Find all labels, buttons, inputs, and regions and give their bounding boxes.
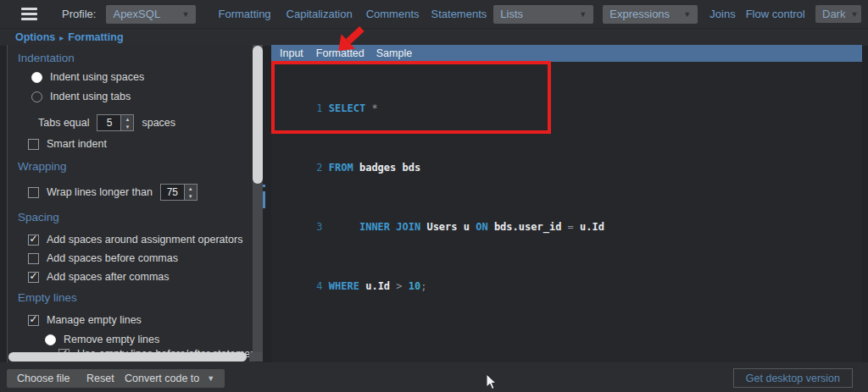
tabs-equal-label: Tabs equal <box>38 117 89 129</box>
breadcrumb: Options ▸ Formatting <box>0 28 868 46</box>
expressions-dropdown[interactable]: Expressions ▼ <box>603 5 698 24</box>
menu-item-formatting[interactable]: Formatting <box>218 8 270 20</box>
checkbox-manage-empty-lines[interactable]: ✓ Manage empty lines <box>28 314 142 326</box>
checkbox-label: Add spaces after commas <box>47 271 170 283</box>
chevron-down-icon: ▼ <box>207 374 214 383</box>
section-title-wrapping: Wrapping <box>18 160 67 173</box>
tabs-equal-setting: Tabs equal 5 ▲ ▼ spaces <box>38 114 175 131</box>
convert-button-label: Convert code to <box>125 373 199 384</box>
checkbox-label: Smart indent <box>47 138 107 150</box>
wrap-length-value[interactable]: 75 <box>161 185 184 200</box>
scrollbar-corner <box>249 352 263 362</box>
radio-indent-using-tabs[interactable]: Indent using tabs <box>31 91 131 102</box>
menu-item-flow-control[interactable]: Flow control <box>746 8 805 20</box>
code-line: 3 INNER JOIN Users u ON bds.user_id = u.… <box>280 209 604 245</box>
splitter-grip-dot <box>263 185 265 187</box>
radio-icon[interactable] <box>31 72 42 83</box>
radio-icon[interactable] <box>45 334 56 345</box>
menu-item-comments[interactable]: Comments <box>366 8 420 20</box>
expressions-dropdown-value: Expressions <box>609 8 670 20</box>
menu-item-statements[interactable]: Statements <box>431 8 487 20</box>
get-desktop-version-button[interactable]: Get desktop version <box>733 368 853 388</box>
section-title-indentation: Indentation <box>18 52 75 64</box>
radio-label: Indent using spaces <box>50 71 144 83</box>
bottom-toolbar: Choose file Reset Convert code to ▼ Get … <box>0 362 868 392</box>
code-line: 4 WHERE u.Id > 10; <box>280 268 604 304</box>
checkbox-smart-indent[interactable]: ✓ Smart indent <box>28 138 107 150</box>
tabs-equal-input[interactable]: 5 ▲ ▼ <box>97 114 134 131</box>
checkbox-icon[interactable]: ✓ <box>28 139 39 150</box>
section-title-spacing: Spacing <box>18 211 59 224</box>
spinner-down-icon[interactable]: ▼ <box>185 192 197 200</box>
checkbox-icon[interactable]: ✓ <box>28 235 39 246</box>
checkbox-spaces-after-commas[interactable]: ✓ Add spaces after commas <box>28 271 170 283</box>
checkbox-label: Add spaces before commas <box>47 252 178 264</box>
tab-formatted[interactable]: Formatted <box>316 47 364 59</box>
breadcrumb-separator-icon: ▸ <box>59 33 64 42</box>
chevron-down-icon: ▼ <box>850 10 858 19</box>
checkbox-spaces-before-commas[interactable]: ✓ Add spaces before commas <box>28 252 178 264</box>
checkbox-icon[interactable]: ✓ <box>28 315 39 326</box>
panel-splitter-handle[interactable] <box>263 191 265 208</box>
chevron-down-icon: ▼ <box>579 10 587 19</box>
chevron-down-icon: ▼ <box>683 10 691 19</box>
choose-file-button[interactable]: Choose file <box>7 369 81 388</box>
sql-code-block[interactable]: 1 SELECT * 2 FROM badges bds 3 INNER JOI… <box>280 67 604 328</box>
tabs-equal-spinner[interactable]: ▲ ▼ <box>120 115 133 130</box>
chevron-down-icon: ▼ <box>182 10 190 19</box>
checkbox-icon[interactable]: ✓ <box>28 253 39 264</box>
theme-dropdown-value: Dark <box>822 8 845 20</box>
hamburger-menu-icon[interactable] <box>21 8 37 20</box>
breadcrumb-current-formatting: Formatting <box>68 31 123 43</box>
spinner-down-icon[interactable]: ▼ <box>121 123 133 130</box>
spinner-up-icon[interactable]: ▲ <box>121 115 133 123</box>
profile-label: Profile: <box>62 8 96 20</box>
horizontal-scrollbar-thumb[interactable] <box>8 352 247 362</box>
code-line: 1 SELECT * <box>280 91 604 126</box>
code-line: 2 FROM badges bds <box>280 150 604 185</box>
formatting-options-panel: Indentation Indent using spaces Indent u… <box>7 45 253 362</box>
breadcrumb-options[interactable]: Options <box>15 31 55 43</box>
radio-label: Remove empty lines <box>64 334 159 345</box>
radio-remove-empty-lines[interactable]: Remove empty lines <box>45 334 159 345</box>
menu-item-joins[interactable]: Joins <box>709 8 735 20</box>
checkbox-label: Wrap lines longer than <box>47 186 153 198</box>
profile-dropdown-value: ApexSQL <box>113 8 160 20</box>
theme-dropdown[interactable]: Dark ▼ <box>815 5 861 23</box>
radio-indent-using-spaces[interactable]: Indent using spaces <box>31 71 144 83</box>
checkbox-icon[interactable]: ✓ <box>28 272 39 283</box>
lists-dropdown[interactable]: Lists ▼ <box>493 5 593 24</box>
checkbox-wrap-lines[interactable]: ✓ Wrap lines longer than 75 ▲ ▼ <box>28 184 198 201</box>
checkbox-icon[interactable]: ✓ <box>28 187 39 198</box>
spinner-up-icon[interactable]: ▲ <box>185 185 197 192</box>
convert-code-to-button[interactable]: Convert code to ▼ <box>114 369 225 388</box>
wrap-length-input[interactable]: 75 ▲ ▼ <box>160 184 198 201</box>
radio-icon[interactable] <box>31 91 42 102</box>
vertical-scrollbar-thumb[interactable] <box>253 46 263 184</box>
checkbox-label: Manage empty lines <box>47 314 142 326</box>
lists-dropdown-value: Lists <box>500 8 523 20</box>
menu-item-capitalization[interactable]: Capitalization <box>287 8 353 20</box>
checkbox-spaces-around-assignment[interactable]: ✓ Add spaces around assignment operators <box>28 234 242 246</box>
editor-tab-bar: Input Formatted Sample <box>271 45 862 62</box>
code-preview-panel: Input Formatted Sample 1 SELECT * 2 FROM… <box>271 45 862 362</box>
radio-label: Indent using tabs <box>50 91 131 102</box>
profile-dropdown[interactable]: ApexSQL ▼ <box>106 5 196 24</box>
tab-sample[interactable]: Sample <box>376 47 412 59</box>
top-menu-bar: Profile: ApexSQL ▼ Formatting Capitaliza… <box>0 0 868 28</box>
tabs-equal-suffix: spaces <box>142 117 175 129</box>
checkbox-label: Add spaces around assignment operators <box>47 234 242 246</box>
tab-input[interactable]: Input <box>280 47 303 59</box>
tabs-equal-value[interactable]: 5 <box>97 115 120 130</box>
wrap-length-spinner[interactable]: ▲ ▼ <box>184 185 197 200</box>
section-title-empty-lines: Empty lines <box>18 291 77 304</box>
